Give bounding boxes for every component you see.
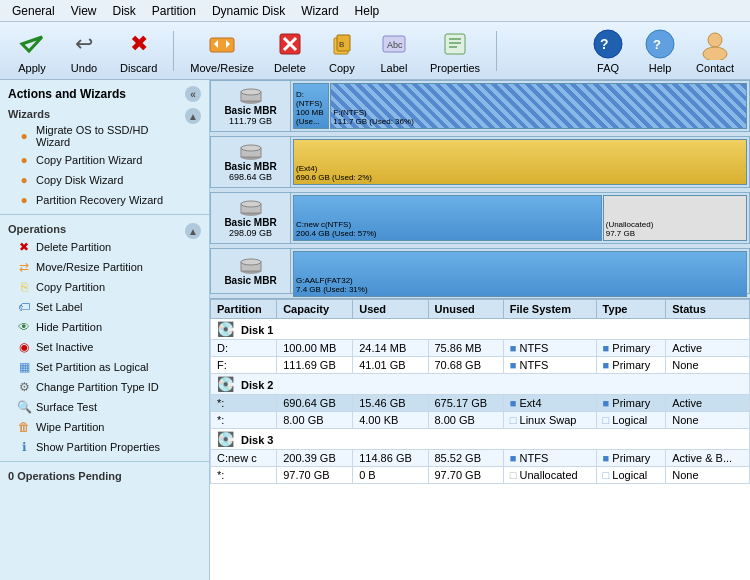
row-d-fs: ■ NTFS	[503, 340, 596, 357]
disk2-table-icon: 💽	[217, 376, 234, 392]
properties-button[interactable]: Properties	[422, 24, 488, 78]
sidebar-item-recovery[interactable]: ● Partition Recovery Wizard	[0, 190, 209, 210]
row-unalloc-partition: *:	[211, 467, 277, 484]
apply-button[interactable]: Apply	[8, 24, 56, 78]
sidebar-item-set-inactive[interactable]: ◉ Set Inactive	[0, 337, 209, 357]
delete-button[interactable]: Delete	[266, 24, 314, 78]
copy-disk-icon: ●	[16, 172, 32, 188]
menu-dynamic-disk[interactable]: Dynamic Disk	[204, 2, 293, 20]
row-cnew-partition: C:new c	[211, 450, 277, 467]
table-row[interactable]: D: 100.00 MB 24.14 MB 75.86 MB ■ NTFS ■ …	[211, 340, 750, 357]
disk1-table-icon: 💽	[217, 321, 234, 337]
svg-text:Abc: Abc	[387, 40, 403, 50]
disk4-partition-g[interactable]: G:AALF(FAT32) 7.4 GB (Used: 31%)	[293, 251, 747, 297]
right-panel: Basic MBR 111.79 GB D:(NTFS) 100 MB (Use…	[210, 80, 750, 580]
col-partition: Partition	[211, 300, 277, 319]
disk4-visual: Basic MBR G:AALF(FAT32) 7.4 GB (Used: 31…	[210, 248, 750, 294]
row-swap-partition: *:	[211, 412, 277, 429]
menu-help[interactable]: Help	[347, 2, 388, 20]
row-swap-fs: □ Linux Swap	[503, 412, 596, 429]
apply-icon	[16, 28, 48, 60]
row-swap-status: None	[666, 412, 750, 429]
table-row[interactable]: F: 111.69 GB 41.01 GB 70.68 GB ■ NTFS ■ …	[211, 357, 750, 374]
delete-partition-icon: ✖	[16, 239, 32, 255]
menu-wizard[interactable]: Wizard	[293, 2, 346, 20]
svg-rect-12	[445, 34, 465, 54]
row-swap-used: 4.00 KB	[353, 412, 428, 429]
operations-collapse-btn[interactable]: ▲	[185, 223, 201, 239]
row-cnew-status: Active & B...	[666, 450, 750, 467]
sidebar-item-surface-test[interactable]: 🔍 Surface Test	[0, 397, 209, 417]
sidebar-title: Actions and Wizards «	[0, 80, 209, 104]
wizards-collapse-btn[interactable]: ▲	[185, 108, 201, 124]
row-unalloc-capacity: 97.70 GB	[277, 467, 353, 484]
properties-icon	[439, 28, 471, 60]
sidebar-item-copy-partition[interactable]: ● Copy Partition Wizard	[0, 150, 209, 170]
disk3-partition-unalloc[interactable]: (Unallocated) 97.7 GB	[603, 195, 747, 241]
row-f-capacity: 111.69 GB	[277, 357, 353, 374]
row-d-status: Active	[666, 340, 750, 357]
sidebar-item-move-resize[interactable]: ⇄ Move/Resize Partition	[0, 257, 209, 277]
delete-icon	[274, 28, 306, 60]
contact-icon	[699, 28, 731, 60]
disk1-partition-d[interactable]: D:(NTFS) 100 MB (Use...	[293, 83, 329, 129]
contact-button[interactable]: Contact	[688, 24, 742, 78]
migrate-icon: ●	[16, 128, 32, 144]
sidebar-item-properties[interactable]: ℹ Show Partition Properties	[0, 437, 209, 457]
disk3-label: Basic MBR 298.09 GB	[211, 193, 291, 243]
sidebar-item-migrate[interactable]: ● Migrate OS to SSD/HD Wizard	[0, 122, 185, 150]
disk3-visual: Basic MBR 298.09 GB C:new c(NTFS) 200.4 …	[210, 192, 750, 244]
svg-text:B: B	[339, 40, 344, 49]
toolbar-right: ? FAQ ? Help Contact	[584, 24, 742, 78]
sidebar-item-copy[interactable]: ⎘ Copy Partition	[0, 277, 209, 297]
row-cnew-type: ■ Primary	[596, 450, 666, 467]
row-d-partition: D:	[211, 340, 277, 357]
table-row[interactable]: *: 690.64 GB 15.46 GB 675.17 GB ■ Ext4 ■…	[211, 395, 750, 412]
label-button[interactable]: Abc Label	[370, 24, 418, 78]
disk2-header-row: 💽 Disk 2	[211, 374, 750, 395]
operations-subtitle: ▲ Operations	[0, 219, 209, 237]
discard-icon: ✖	[123, 28, 155, 60]
partition-table: Partition Capacity Used Unused File Syst…	[210, 299, 750, 484]
table-row[interactable]: C:new c 200.39 GB 114.86 GB 85.52 GB ■ N…	[211, 450, 750, 467]
menu-disk[interactable]: Disk	[105, 2, 144, 20]
sidebar-item-wipe[interactable]: 🗑 Wipe Partition	[0, 417, 209, 437]
disk1-visual: Basic MBR 111.79 GB D:(NTFS) 100 MB (Use…	[210, 80, 750, 132]
row-ext4-capacity: 690.64 GB	[277, 395, 353, 412]
row-swap-type: □ Logical	[596, 412, 666, 429]
copy-button[interactable]: B Copy	[318, 24, 366, 78]
disk4-label: Basic MBR	[211, 249, 291, 293]
move-resize-button[interactable]: Move/Resize	[182, 24, 262, 78]
menu-general[interactable]: General	[4, 2, 63, 20]
sidebar-item-change-type[interactable]: ⚙ Change Partition Type ID	[0, 377, 209, 397]
faq-button[interactable]: ? FAQ	[584, 24, 632, 78]
sidebar-item-hide[interactable]: 👁 Hide Partition	[0, 317, 209, 337]
menu-view[interactable]: View	[63, 2, 105, 20]
table-row[interactable]: *: 8.00 GB 4.00 KB 8.00 GB □ Linux Swap …	[211, 412, 750, 429]
row-cnew-fs: ■ NTFS	[503, 450, 596, 467]
help-button[interactable]: ? Help	[636, 24, 684, 78]
disk1-header: 💽 Disk 1	[211, 319, 750, 340]
row-swap-unused: 8.00 GB	[428, 412, 503, 429]
row-unalloc-status: None	[666, 467, 750, 484]
sidebar-item-copy-disk[interactable]: ● Copy Disk Wizard	[0, 170, 209, 190]
move-resize-sidebar-icon: ⇄	[16, 259, 32, 275]
row-d-unused: 75.86 MB	[428, 340, 503, 357]
sidebar-item-set-label[interactable]: 🏷 Set Label	[0, 297, 209, 317]
disk3-header: 💽 Disk 3	[211, 429, 750, 450]
menu-partition[interactable]: Partition	[144, 2, 204, 20]
disk2-partition-ext4[interactable]: (Ext4) 690.6 GB (Used: 2%)	[293, 139, 747, 185]
sidebar-collapse-btn[interactable]: «	[185, 86, 201, 102]
discard-button[interactable]: ✖ Discard	[112, 24, 165, 78]
table-row[interactable]: *: 97.70 GB 0 B 97.70 GB □ Unallocated □…	[211, 467, 750, 484]
disk1-partition-f[interactable]: F:(NTFS) 111.7 GB (Used: 36%)	[330, 83, 747, 129]
undo-button[interactable]: ↩ Undo	[60, 24, 108, 78]
move-resize-icon	[206, 28, 238, 60]
copy-icon: B	[326, 28, 358, 60]
row-f-used: 41.01 GB	[353, 357, 428, 374]
sidebar-item-delete-partition[interactable]: ✖ Delete Partition	[0, 237, 185, 257]
svg-point-27	[241, 145, 261, 151]
disk3-partition-cnew[interactable]: C:new c(NTFS) 200.4 GB (Used: 57%)	[293, 195, 602, 241]
sidebar-item-set-logical[interactable]: ▦ Set Partition as Logical	[0, 357, 209, 377]
help-icon: ?	[644, 28, 676, 60]
